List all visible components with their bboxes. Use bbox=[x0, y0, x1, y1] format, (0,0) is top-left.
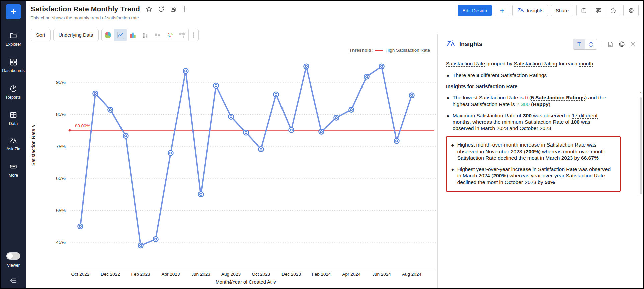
insights-title: Insights bbox=[459, 41, 482, 48]
x-tick-label: Dec 2022 bbox=[101, 272, 120, 277]
create-new-button[interactable]: + bbox=[6, 4, 21, 19]
x-axis-title[interactable]: Month&Year of Created At ∨ bbox=[216, 279, 277, 285]
sidebar-item-label: Ask Zia bbox=[6, 147, 20, 151]
insight-bullet: ◆ The lowest Satisfaction Rate is 0 (5 S… bbox=[446, 94, 635, 107]
insights-body: Satisfaction Rate grouped by Satisfactio… bbox=[438, 54, 643, 192]
chart-view-toggle[interactable] bbox=[585, 39, 597, 49]
globe-icon[interactable] bbox=[618, 41, 625, 48]
bar-chart-icon[interactable] bbox=[127, 29, 139, 41]
document-icon[interactable] bbox=[607, 41, 614, 48]
export-icon[interactable] bbox=[577, 5, 591, 16]
data-point-inner bbox=[335, 117, 337, 119]
share-button[interactable]: Share bbox=[551, 5, 573, 16]
sidebar-item-data[interactable]: Data bbox=[2, 111, 24, 126]
sidebar-item-reports[interactable]: Reports bbox=[2, 84, 24, 100]
data-point-inner bbox=[170, 152, 172, 154]
sidebar-item-dashboards[interactable]: Dashboards bbox=[2, 58, 24, 73]
sidebar-nav: Explorer Dashboards Reports Data bbox=[2, 32, 24, 178]
x-tick-label: Jun 2024 bbox=[372, 272, 391, 277]
sidebar-item-more[interactable]: More bbox=[2, 163, 24, 178]
comment-icon[interactable] bbox=[591, 5, 606, 16]
insights-summary: Satisfaction Rate grouped by Satisfactio… bbox=[446, 60, 635, 67]
header-actions: Edit Design + Insights Share bbox=[458, 5, 639, 16]
threshold-value-label: 80.00% bbox=[75, 123, 90, 128]
view-toggle-group: T bbox=[573, 39, 597, 50]
refresh-icon[interactable] bbox=[158, 6, 165, 13]
close-icon[interactable] bbox=[630, 41, 636, 47]
underlying-data-button[interactable]: Underlying Data bbox=[53, 29, 99, 41]
settings-gear-icon[interactable] bbox=[624, 5, 638, 16]
data-point-inner bbox=[411, 94, 413, 96]
x-tick-label: Feb 2024 bbox=[312, 272, 331, 277]
sidebar-item-label: Explorer bbox=[6, 42, 21, 47]
alarm-icon[interactable] bbox=[606, 5, 620, 16]
line-chart: 95%85%75%65%55%45%80.00%Oct 2022Dec 2022… bbox=[26, 44, 439, 289]
header-icon-group bbox=[576, 5, 620, 16]
save-icon[interactable] bbox=[170, 6, 177, 13]
chart-type-group bbox=[101, 29, 199, 41]
data-point-inner bbox=[245, 132, 247, 134]
line-chart-icon[interactable] bbox=[114, 29, 127, 41]
sidebar-item-label: Data bbox=[9, 121, 18, 126]
scrollbar-thumb[interactable] bbox=[640, 97, 642, 194]
data-point-inner bbox=[125, 135, 127, 137]
y-axis-title[interactable]: Satisfaction Rate ∨ bbox=[31, 124, 36, 166]
toggle-knob bbox=[7, 253, 13, 259]
pie-chart-icon[interactable] bbox=[102, 29, 114, 41]
sort-button[interactable]: Sort bbox=[31, 29, 51, 41]
data-point-inner bbox=[320, 131, 322, 133]
scatter-icon[interactable] bbox=[164, 29, 176, 41]
more-menu-icon[interactable] bbox=[182, 6, 188, 12]
zia-logo-icon bbox=[517, 7, 525, 14]
sidebar-item-explorer[interactable]: Explorer bbox=[2, 32, 24, 47]
data-point-inner bbox=[200, 193, 202, 195]
x-tick-label: Aug 2023 bbox=[221, 272, 241, 277]
x-tick-label: Oct 2022 bbox=[71, 272, 90, 277]
data-point-inner bbox=[305, 65, 307, 67]
threshold-anchor-dot bbox=[69, 129, 71, 132]
diamond-bullet-icon: ◆ bbox=[447, 96, 449, 107]
zia-insights-button[interactable]: Insights bbox=[512, 5, 548, 16]
data-point-inner bbox=[140, 245, 142, 247]
favorite-star-icon[interactable] bbox=[145, 5, 153, 13]
page-title: Satisfaction Rate Monthly Trend bbox=[31, 5, 140, 13]
insights-panel: Insights T bbox=[437, 34, 643, 288]
pie-report-icon bbox=[9, 84, 17, 93]
map-chart-icon[interactable] bbox=[176, 29, 188, 41]
scroll-up-icon[interactable]: ▲ bbox=[639, 90, 643, 95]
diamond-bullet-icon: ◆ bbox=[451, 168, 454, 185]
chart-toolbar: Sort Underlying Data bbox=[31, 29, 199, 41]
viewer-label: Viewer bbox=[7, 263, 20, 268]
folder-icon bbox=[9, 32, 17, 40]
diamond-bullet-icon: ◆ bbox=[451, 143, 454, 161]
series-line bbox=[80, 66, 412, 245]
data-point-inner bbox=[155, 238, 157, 240]
sidebar-item-ask-zia[interactable]: Ask Zia bbox=[2, 137, 24, 151]
x-tick-label: Feb 2023 bbox=[131, 272, 150, 277]
more-dots-icon bbox=[9, 163, 17, 171]
y-tick-label: 75% bbox=[56, 144, 66, 149]
more-options-icon[interactable] bbox=[188, 29, 198, 41]
panel-scrollbar[interactable]: ▲ bbox=[639, 90, 643, 286]
text-view-toggle[interactable]: T bbox=[573, 39, 585, 49]
insight-bullet: ◆ Maximum Satisfaction Rate of 300 was o… bbox=[446, 112, 635, 132]
y-tick-label: 85% bbox=[56, 112, 66, 117]
data-point-inner bbox=[215, 85, 217, 87]
collapse-sidebar-icon[interactable] bbox=[1, 277, 26, 284]
add-button[interactable]: + bbox=[495, 5, 509, 16]
sidebar-item-label: More bbox=[9, 173, 18, 178]
insights-header: Insights T bbox=[438, 34, 643, 54]
diamond-bullet-icon: ◆ bbox=[447, 114, 449, 132]
page-subtitle: This chart shows the monthly trend of sa… bbox=[31, 15, 140, 20]
insights-section-heading: Insights for Satisfaction Rate bbox=[446, 83, 635, 90]
x-tick-label: Apr 2023 bbox=[162, 272, 180, 277]
y-tick-label: 55% bbox=[56, 208, 66, 213]
candlestick-icon[interactable] bbox=[151, 29, 164, 41]
viewer-toggle[interactable] bbox=[6, 252, 20, 260]
stacked-bar-icon[interactable] bbox=[139, 29, 151, 41]
data-point-inner bbox=[396, 140, 398, 142]
edit-design-button[interactable]: Edit Design bbox=[458, 5, 492, 16]
data-point-inner bbox=[366, 76, 368, 78]
data-point-inner bbox=[381, 65, 383, 67]
y-tick-label: 95% bbox=[56, 80, 66, 85]
